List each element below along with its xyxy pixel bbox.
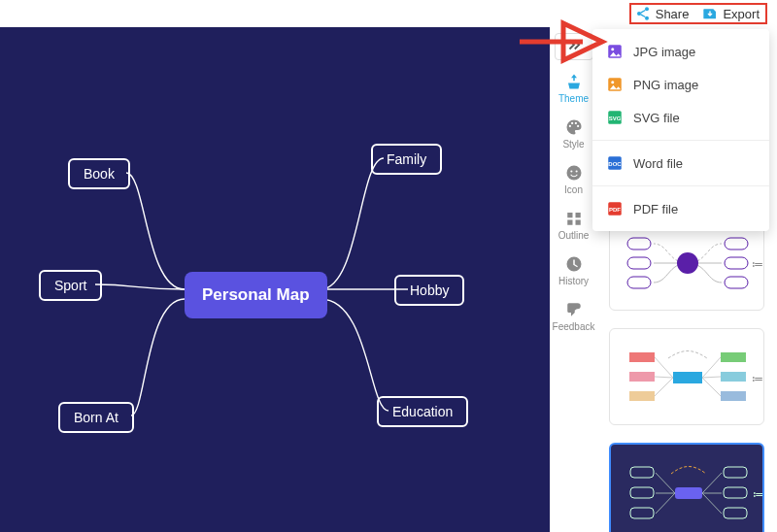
node-sport[interactable]: Sport bbox=[39, 270, 102, 301]
svg-line-37 bbox=[702, 493, 722, 514]
top-bar: Share Export bbox=[0, 0, 777, 27]
mindmap-canvas[interactable]: Personal Map Book Sport Born At Family H… bbox=[0, 27, 550, 532]
center-node[interactable]: Personal Map bbox=[185, 272, 327, 318]
share-button[interactable]: Share bbox=[635, 6, 690, 21]
menu-separator-2 bbox=[592, 185, 769, 186]
style-icon bbox=[564, 117, 584, 137]
node-book-label: Book bbox=[84, 166, 115, 182]
svg-line-35 bbox=[702, 473, 722, 493]
export-label: Export bbox=[723, 7, 760, 21]
svg-line-34 bbox=[656, 493, 675, 514]
svg-point-2 bbox=[645, 17, 649, 20]
theme-card-3[interactable]: ≔ bbox=[609, 443, 764, 532]
outline-icon bbox=[564, 209, 584, 228]
export-svg[interactable]: SVG SVG file bbox=[592, 101, 769, 134]
tool-history[interactable]: History bbox=[551, 249, 597, 294]
export-icon bbox=[702, 6, 718, 21]
tool-history-label: History bbox=[558, 276, 589, 286]
svg-text:SVG: SVG bbox=[609, 116, 622, 121]
node-sport-label: Sport bbox=[54, 278, 86, 293]
svg-rect-18 bbox=[673, 372, 702, 383]
svg-rect-21 bbox=[629, 372, 655, 382]
tool-style[interactable]: Style bbox=[551, 112, 597, 157]
svg-rect-15 bbox=[627, 277, 651, 288]
export-button[interactable]: Export bbox=[702, 6, 760, 21]
tool-feedback-label: Feedback bbox=[553, 321, 595, 332]
tool-icon-label: Icon bbox=[564, 184, 583, 195]
theme-icon bbox=[564, 72, 584, 91]
share-icon bbox=[635, 6, 651, 21]
node-born-at[interactable]: Born At bbox=[58, 402, 134, 433]
share-label: Share bbox=[656, 7, 690, 21]
svg-rect-16 bbox=[725, 277, 748, 288]
svg-rect-20 bbox=[721, 352, 746, 362]
svg-rect-42 bbox=[724, 467, 747, 478]
export-pdf[interactable]: PDF PDF file bbox=[592, 192, 769, 225]
svg-rect-40 bbox=[630, 487, 654, 498]
node-hobby-label: Hobby bbox=[410, 283, 449, 298]
emoji-icon bbox=[564, 163, 584, 183]
menu-separator bbox=[592, 140, 769, 141]
word-file-icon: DOC bbox=[606, 154, 624, 172]
svg-point-5 bbox=[575, 170, 577, 172]
history-icon bbox=[564, 254, 584, 274]
svg-point-4 bbox=[570, 170, 572, 172]
tool-theme[interactable]: Theme bbox=[551, 66, 597, 112]
svg-rect-23 bbox=[629, 391, 655, 401]
svg-point-3 bbox=[566, 166, 581, 181]
theme-card-2[interactable]: ≔ bbox=[609, 328, 764, 425]
svg-rect-12 bbox=[725, 238, 748, 249]
svg-rect-41 bbox=[630, 508, 654, 518]
svg-point-49 bbox=[611, 81, 614, 83]
tool-theme-label: Theme bbox=[558, 93, 589, 104]
export-word[interactable]: DOC Word file bbox=[592, 147, 769, 180]
export-menu: JPG image PNG image SVG SVG file DOC Wor… bbox=[592, 29, 769, 231]
pdf-file-icon: PDF bbox=[606, 200, 624, 217]
tool-icon[interactable]: Icon bbox=[551, 157, 597, 203]
svg-line-25 bbox=[655, 357, 673, 378]
tool-feedback[interactable]: Feedback bbox=[551, 294, 597, 340]
svg-line-27 bbox=[655, 378, 673, 396]
node-education-label: Education bbox=[392, 404, 453, 419]
export-png[interactable]: PNG image bbox=[592, 68, 769, 101]
node-family[interactable]: Family bbox=[371, 144, 442, 175]
node-hobby[interactable]: Hobby bbox=[394, 275, 464, 306]
svg-text:DOC: DOC bbox=[608, 161, 622, 167]
svg-rect-6 bbox=[567, 213, 572, 217]
export-word-label: Word file bbox=[633, 156, 683, 171]
center-node-label: Personal Map bbox=[202, 285, 310, 304]
tool-outline[interactable]: Outline bbox=[551, 203, 597, 249]
svg-rect-11 bbox=[627, 238, 651, 249]
svg-text:PDF: PDF bbox=[609, 207, 621, 213]
svg-rect-44 bbox=[724, 508, 747, 518]
svg-rect-8 bbox=[567, 220, 572, 225]
svg-text:≔: ≔ bbox=[753, 487, 764, 501]
tool-style-label: Style bbox=[562, 139, 584, 150]
red-arrow-annotation bbox=[505, 17, 612, 66]
export-pdf-label: PDF file bbox=[633, 202, 678, 216]
node-education[interactable]: Education bbox=[377, 396, 468, 427]
node-book[interactable]: Book bbox=[68, 158, 130, 189]
svg-rect-24 bbox=[721, 391, 746, 401]
svg-text:≔: ≔ bbox=[752, 372, 763, 385]
tool-outline-label: Outline bbox=[558, 230, 590, 241]
svg-point-1 bbox=[645, 7, 649, 11]
svg-rect-38 bbox=[675, 487, 702, 499]
svg-rect-13 bbox=[627, 257, 651, 269]
export-svg-label: SVG file bbox=[633, 111, 680, 125]
export-png-label: PNG image bbox=[633, 78, 698, 92]
svg-rect-19 bbox=[629, 352, 655, 362]
export-jpg[interactable]: JPG image bbox=[592, 35, 769, 68]
svg-rect-22 bbox=[721, 372, 746, 382]
export-jpg-label: JPG image bbox=[633, 45, 695, 59]
svg-rect-7 bbox=[575, 213, 580, 217]
svg-line-28 bbox=[702, 357, 721, 378]
svg-line-26 bbox=[655, 377, 673, 378]
svg-rect-9 bbox=[575, 220, 580, 225]
svg-text:≔: ≔ bbox=[752, 257, 763, 271]
svg-line-30 bbox=[702, 378, 721, 396]
svg-rect-39 bbox=[630, 467, 654, 478]
svg-line-32 bbox=[656, 473, 675, 493]
topbar-highlight-box: Share Export bbox=[629, 3, 767, 24]
png-file-icon bbox=[606, 76, 624, 93]
